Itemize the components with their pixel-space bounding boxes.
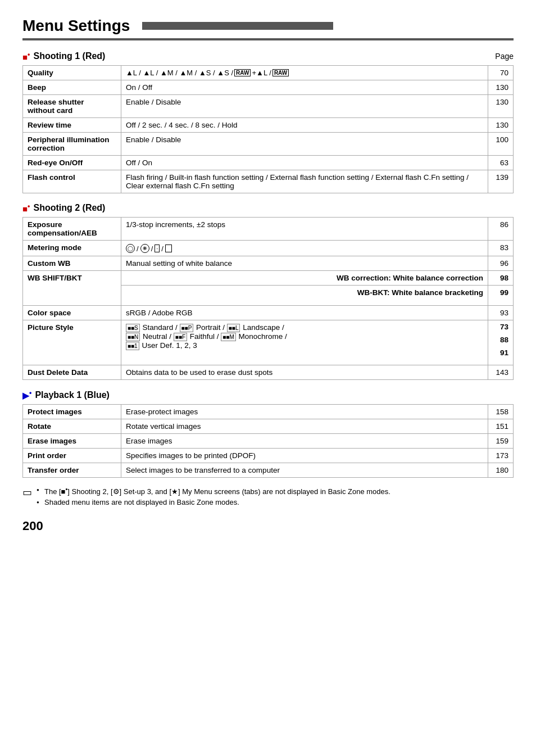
ps-badge-faithful: ■■F — [174, 333, 187, 341]
row-value: sRGB / Adobe RGB — [121, 306, 488, 320]
row-value: ■■S Standard / ■■P Portrait / ■■L Landsc… — [121, 320, 488, 365]
row-name: Beep — [23, 80, 121, 95]
row-page: 180 — [488, 463, 514, 478]
section-header-shooting1: ■• Shooting 1 (Red) Page — [22, 51, 514, 62]
row-name: Dust Delete Data — [23, 365, 121, 380]
row-value: Erase images — [121, 434, 488, 449]
row-page: 139 — [488, 170, 514, 193]
row-page: 93 — [488, 306, 514, 320]
ps-badge-standard: ■■S — [126, 324, 140, 332]
row-page: 130 — [488, 80, 514, 95]
notes-section: ▭ The [■•] Shooting 2, [⚙] Set-up 3, and… — [22, 486, 514, 509]
shooting1-table: Quality ▲L / ▲L / ▲M / ▲M / ▲S / ▲S / RA… — [22, 65, 514, 193]
section-header-playback1: ▶• Playback 1 (Blue) — [22, 389, 514, 401]
table-row: Protect images Erase-protect images 158 — [23, 405, 514, 419]
row-name: WB SHIFT/BKT — [23, 271, 121, 306]
row-page: 73 88 91 — [488, 320, 514, 365]
table-row: Picture Style ■■S Standard / ■■P Portrai… — [23, 320, 514, 365]
metering-icon-2: ❋ — [140, 244, 149, 253]
page-title: Menu Settings — [22, 17, 514, 40]
row-value: Off / 2 sec. / 4 sec. / 8 sec. / Hold — [121, 118, 488, 133]
row-page: 151 — [488, 419, 514, 434]
row-value: Off / On — [121, 156, 488, 170]
table-row: Dust Delete Data Obtains data to be used… — [23, 365, 514, 380]
shooting1-icon: ■• — [22, 51, 30, 62]
row-name: Metering mode — [23, 241, 121, 256]
row-value: ▲L / ▲L / ▲M / ▲M / ▲S / ▲S / RAW+▲L / R… — [121, 66, 488, 80]
row-page: 83 — [488, 241, 514, 256]
table-row: Peripheral illuminationcorrection Enable… — [23, 133, 514, 156]
row-name: Transfer order — [23, 463, 121, 478]
row-value: Obtains data to be used to erase dust sp… — [121, 365, 488, 380]
row-value: Flash firing / Built-in flash function s… — [121, 170, 488, 193]
metering-icon-4 — [165, 245, 172, 252]
row-name: Quality — [23, 66, 121, 80]
row-value: Enable / Disable — [121, 95, 488, 118]
notes-content: The [■•] Shooting 2, [⚙] Set-up 3, and [… — [37, 486, 390, 509]
table-row: Review time Off / 2 sec. / 4 sec. / 8 se… — [23, 118, 514, 133]
row-name: Protect images — [23, 405, 121, 419]
footer-page-number: 200 — [22, 519, 514, 533]
section-title-shooting1: Shooting 1 (Red) — [33, 51, 105, 61]
section-title-shooting2: Shooting 2 (Red) — [33, 203, 105, 213]
row-page: 130 — [488, 95, 514, 118]
table-row: Red-eye On/Off Off / On 63 — [23, 156, 514, 170]
row-name: Picture Style — [23, 320, 121, 365]
table-row: Metering mode ◯ / ❋ / · / 83 — [23, 241, 514, 256]
row-name: Red-eye On/Off — [23, 156, 121, 170]
table-row: Erase images Erase images 159 — [23, 434, 514, 449]
row-value: Select images to be transferred to a com… — [121, 463, 488, 478]
metering-icon-3: · — [155, 245, 160, 252]
row-name: Peripheral illuminationcorrection — [23, 133, 121, 156]
row-name: Custom WB — [23, 256, 121, 271]
ps-badge-landscape: ■■L — [227, 324, 240, 332]
quality-icons: ▲L / ▲L / ▲M / ▲M / ▲S / ▲S / RAW+▲L / R… — [126, 69, 289, 77]
row-value: 1/3-stop increments, ±2 stops — [121, 218, 488, 241]
row-name: Color space — [23, 306, 121, 320]
note-item: Shaded menu items are not displayed in B… — [37, 498, 390, 506]
shooting2-table: Exposurecompensation/AEB 1/3-stop increm… — [22, 217, 514, 380]
note-icon: ▭ — [22, 486, 32, 499]
row-value: Erase-protect images — [121, 405, 488, 419]
row-page: 143 — [488, 365, 514, 380]
row-name: Review time — [23, 118, 121, 133]
page-column-label: Page — [495, 52, 514, 61]
metering-icons: ◯ / ❋ / · / — [126, 244, 172, 253]
row-page: 86 — [488, 218, 514, 241]
row-value: Specifies images to be printed (DPOF) — [121, 449, 488, 463]
metering-icon-1: ◯ — [126, 244, 135, 253]
row-value: WB correction: White balance correction … — [121, 271, 488, 306]
ps-badge-monochrome: ■■M — [221, 333, 235, 341]
row-page: 70 — [488, 66, 514, 80]
row-page: 63 — [488, 156, 514, 170]
table-row: WB SHIFT/BKT WB correction: White balanc… — [23, 271, 514, 306]
section-header-shooting2: ■• Shooting 2 (Red) — [22, 202, 514, 214]
row-name: Rotate — [23, 419, 121, 434]
row-name: Release shutterwithout card — [23, 95, 121, 118]
row-page: 158 — [488, 405, 514, 419]
row-value: Enable / Disable — [121, 133, 488, 156]
section-title-playback1: Playback 1 (Blue) — [35, 390, 110, 400]
title-bar-decoration — [142, 22, 333, 30]
table-row: Exposurecompensation/AEB 1/3-stop increm… — [23, 218, 514, 241]
row-value: Rotate vertical images — [121, 419, 488, 434]
table-row: Print order Specifies images to be print… — [23, 449, 514, 463]
row-page: 100 — [488, 133, 514, 156]
table-row: Release shutterwithout card Enable / Dis… — [23, 95, 514, 118]
table-row: Quality ▲L / ▲L / ▲M / ▲M / ▲S / ▲S / RA… — [23, 66, 514, 80]
playback1-table: Protect images Erase-protect images 158 … — [22, 404, 514, 478]
table-row: Flash control Flash firing / Built-in fl… — [23, 170, 514, 193]
table-row: Beep On / Off 130 — [23, 80, 514, 95]
row-value: On / Off — [121, 80, 488, 95]
page-title-text: Menu Settings — [22, 17, 130, 35]
row-page: 159 — [488, 434, 514, 449]
row-page: 130 — [488, 118, 514, 133]
ps-badge-userdef: ■■1 — [126, 342, 139, 350]
row-page: 96 — [488, 256, 514, 271]
row-name: Print order — [23, 449, 121, 463]
row-name: Flash control — [23, 170, 121, 193]
table-row: Color space sRGB / Adobe RGB 93 — [23, 306, 514, 320]
ps-badge-portrait: ■■P — [180, 324, 194, 332]
row-value: Manual setting of white balance — [121, 256, 488, 271]
shooting2-icon: ■• — [22, 202, 30, 214]
